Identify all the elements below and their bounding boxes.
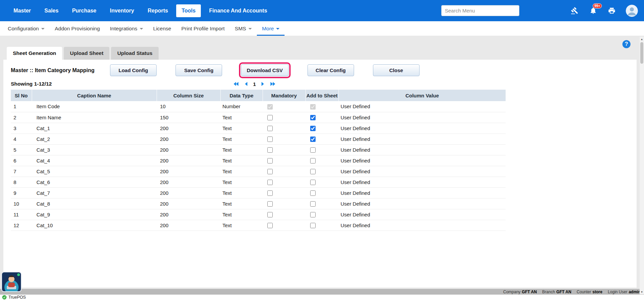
subnav-item-more[interactable]: More [257, 22, 285, 36]
cell-sl-no: 3 [11, 123, 32, 133]
load-config-button[interactable]: Load Config [110, 64, 157, 76]
mandatory-checkbox [267, 104, 273, 110]
user-avatar[interactable] [626, 5, 638, 17]
add-to-sheet-checkbox[interactable] [310, 126, 316, 131]
mandatory-checkbox[interactable] [267, 190, 273, 196]
col-header-add-to-sheet: Add to Sheet [305, 90, 339, 101]
tab-sheet-generation[interactable]: Sheet Generation [7, 47, 62, 60]
mandatory-checkbox[interactable] [267, 126, 273, 131]
cell-column-size: 200 [157, 209, 220, 220]
menu-item-finance-and-accounts[interactable]: Finance And Accounts [204, 4, 272, 17]
cell-sl-no: 5 [11, 144, 32, 155]
cell-sl-no: 12 [11, 220, 32, 231]
save-config-button[interactable]: Save Config [176, 64, 222, 76]
subnav-item-license[interactable]: License [148, 22, 176, 36]
mandatory-checkbox[interactable] [267, 137, 273, 142]
add-to-sheet-checkbox[interactable] [310, 223, 316, 228]
cell-column-size: 200 [157, 123, 220, 133]
status-value: GFT AN [556, 290, 571, 294]
cell-column-size: 200 [157, 220, 220, 231]
add-to-sheet-checkbox [310, 104, 316, 110]
mandatory-checkbox[interactable] [267, 158, 273, 163]
add-to-sheet-checkbox[interactable] [310, 190, 316, 196]
cell-sl-no: 8 [11, 177, 32, 187]
tab-strip: Sheet GenerationUpload SheetUpload Statu… [7, 47, 637, 60]
subnav-item-integrations[interactable]: Integrations [105, 22, 148, 36]
subnav-item-print-profile-import[interactable]: Print Profile Import [176, 22, 230, 36]
content-area: ? Sheet GenerationUpload SheetUpload Sta… [0, 36, 644, 289]
table-row: 9Cat_7200TextUser Defined [11, 187, 506, 198]
subnav-item-configuration[interactable]: Configuration [3, 22, 50, 36]
clear-config-button[interactable]: Clear Config [307, 64, 354, 76]
page-title: Master :: Item Category Mapping [11, 67, 95, 73]
mandatory-checkbox[interactable] [267, 201, 273, 207]
close-button[interactable]: Close [373, 64, 420, 76]
mandatory-checkbox-cell [263, 133, 305, 144]
cell-caption-name: Cat_2 [32, 133, 157, 144]
help-icon[interactable]: ? [622, 40, 630, 48]
mandatory-checkbox[interactable] [267, 147, 273, 153]
tab-upload-status[interactable]: Upload Status [111, 47, 158, 60]
col-header-mandatory: Mandatory [263, 90, 305, 101]
mandatory-checkbox[interactable] [267, 169, 273, 174]
pagination-row: Showing 1-12/12 1 [3, 80, 506, 90]
add-to-sheet-checkbox[interactable] [310, 212, 316, 217]
add-to-sheet-checkbox[interactable] [310, 147, 316, 153]
vertical-scrollbar[interactable]: ▲ ▼ [640, 37, 644, 294]
cell-column-size: 10 [157, 101, 220, 112]
printer-icon[interactable] [607, 6, 616, 15]
cell-data-type: Text [220, 209, 263, 220]
next-page-icon[interactable] [261, 82, 265, 86]
chevron-down-icon [41, 28, 45, 30]
sub-nav: ConfigurationAddon ProvisioningIntegrati… [0, 21, 644, 36]
tab-upload-sheet[interactable]: Upload Sheet [64, 47, 109, 60]
cell-sl-no: 9 [11, 187, 32, 198]
cell-caption-name: Cat_1 [32, 123, 157, 133]
chevron-down-icon [248, 28, 252, 30]
scroll-down-icon[interactable]: ▼ [640, 290, 644, 294]
mandatory-checkbox[interactable] [267, 212, 273, 217]
mandatory-checkbox-cell [263, 101, 305, 112]
search-input[interactable] [441, 5, 519, 16]
add-to-sheet-checkbox-cell [305, 155, 339, 166]
add-to-sheet-checkbox-cell [305, 112, 339, 123]
last-page-icon[interactable] [270, 82, 276, 86]
cell-sl-no: 4 [11, 133, 32, 144]
menu-item-master[interactable]: Master [8, 4, 36, 17]
menu-item-reports[interactable]: Reports [142, 4, 173, 17]
mandatory-checkbox-cell [263, 144, 305, 155]
mandatory-checkbox-cell [263, 198, 305, 209]
first-page-icon[interactable] [233, 82, 239, 86]
add-to-sheet-checkbox[interactable] [310, 137, 316, 142]
menu-item-purchase[interactable]: Purchase [66, 4, 102, 17]
add-to-sheet-checkbox[interactable] [310, 115, 316, 120]
chat-widget-avatar[interactable] [2, 272, 21, 291]
chevron-down-icon [276, 28, 279, 30]
download-csv-button[interactable]: Download CSV [241, 64, 289, 76]
add-to-sheet-checkbox[interactable] [310, 158, 316, 163]
add-to-sheet-checkbox-cell [305, 220, 339, 231]
subnav-item-sms[interactable]: SMS [230, 22, 257, 36]
mandatory-checkbox[interactable] [267, 180, 273, 185]
sheet-generation-panel: Master :: Item Category Mapping Load Con… [3, 60, 637, 288]
add-to-sheet-checkbox[interactable] [310, 201, 316, 207]
subnav-item-label: License [153, 26, 171, 32]
scrollbar-thumb[interactable] [640, 42, 643, 64]
notifications-bell-icon[interactable]: 99+ [589, 6, 598, 15]
gavel-icon[interactable] [570, 6, 579, 15]
col-header-column-size: Column Size [157, 90, 220, 101]
mandatory-checkbox[interactable] [267, 223, 273, 228]
subnav-item-addon-provisioning[interactable]: Addon Provisioning [50, 22, 105, 36]
previous-page-icon[interactable] [244, 82, 248, 86]
add-to-sheet-checkbox[interactable] [310, 169, 316, 174]
cell-sl-no: 6 [11, 155, 32, 166]
cell-column-value: User Defined [339, 112, 506, 123]
add-to-sheet-checkbox[interactable] [310, 180, 316, 185]
table-header-row: Sl NoCaption NameColumn SizeData TypeMan… [11, 90, 506, 101]
menu-item-sales[interactable]: Sales [39, 4, 64, 17]
menu-item-tools[interactable]: Tools [176, 4, 201, 17]
menu-item-inventory[interactable]: Inventory [104, 4, 139, 17]
current-page-number[interactable]: 1 [253, 81, 256, 87]
scroll-up-icon[interactable]: ▲ [640, 37, 644, 41]
mandatory-checkbox[interactable] [267, 115, 273, 120]
